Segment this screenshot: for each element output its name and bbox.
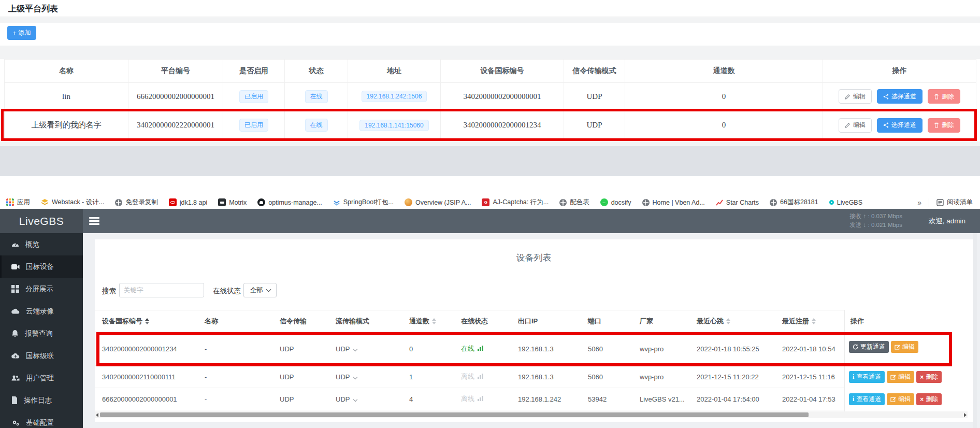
online-status-select[interactable]: 全部 <box>243 283 277 297</box>
cell-vendor: wvp-pro <box>632 366 689 388</box>
bandwidth-chart-icon[interactable] <box>478 396 483 401</box>
cell-device-id: 34020000002110000111 <box>95 366 197 388</box>
search-input[interactable] <box>119 283 204 297</box>
cell-channels: 4 <box>402 388 454 410</box>
bookmark-colors[interactable]: 配色表 <box>559 198 589 207</box>
bookmark-livegbs[interactable]: LiveGBS <box>829 199 862 206</box>
cell-device-gb-id: 34020000002000001234 <box>441 110 564 140</box>
sidebar-item-split-screen[interactable]: 分屏展示 <box>0 278 83 300</box>
cell-enabled: 已启用 <box>223 110 285 140</box>
scroll-right-arrow[interactable] <box>964 413 967 417</box>
table-row: lin 66620000002000000001 已启用 在线 192.168.… <box>5 83 976 110</box>
cell-status: 在线 <box>285 110 348 140</box>
col-channels[interactable]: 通道数 <box>402 310 454 332</box>
cell-stream-mode[interactable]: UDP <box>328 388 402 410</box>
info-icon: i <box>853 373 854 381</box>
scrollbar-thumb[interactable] <box>100 412 809 417</box>
col-ip: 出口IP <box>511 310 581 332</box>
bookmarks-bar: 应用 Webstack - 设计... 免登录复制 jdk1.8 api Mot… <box>0 196 980 209</box>
view-channels-button[interactable]: i 查看通道 <box>849 393 885 405</box>
globe-icon <box>642 199 650 206</box>
bookmark-gb28181[interactable]: 66国标28181 <box>770 198 818 207</box>
edit-button[interactable]: 编辑 <box>887 371 914 383</box>
divider <box>929 198 929 207</box>
traffic-stats: 接收 ↑ : 0.037 Mbps 发送 ↓ : 0.021 Mbps <box>849 212 902 230</box>
bookmark-ajcaptcha[interactable]: G AJ-Captcha: 行为... <box>482 198 549 207</box>
sidebar-item-alarm-query[interactable]: 报警查询 <box>0 322 83 345</box>
cell-stream-mode[interactable]: UDP <box>328 366 402 388</box>
cell-transport: UDP <box>564 110 625 140</box>
col-device-id[interactable]: 设备国标编号 <box>95 310 197 332</box>
dashboard-icon <box>11 240 19 248</box>
horizontal-scrollbar[interactable] <box>95 411 968 418</box>
delete-button[interactable]: × 删除 <box>916 393 942 405</box>
edit-square-icon <box>890 396 896 402</box>
gears-icon <box>11 419 20 426</box>
sidebar-item-basic-config[interactable]: 基础配置 <box>0 411 83 428</box>
bookmark-docsify[interactable]: docsify <box>600 198 631 206</box>
actions-sticky-column: 操作 更新通道 编辑 i 查看通道 编辑 × 删除 i 查看通道 <box>844 310 973 411</box>
sidebar-toggle-icon[interactable] <box>89 217 99 226</box>
col-platform-id: 平台编号 <box>128 60 223 83</box>
cell-online-state: 离线 <box>454 388 511 410</box>
bell-icon <box>11 330 19 337</box>
cloud-upload-icon <box>11 353 20 359</box>
screenshot-stage: 上级平台列表 + + 添加 添加 名称 平台编号 是否启用 状态 地址 设备国标… <box>0 0 980 428</box>
cell-stream-mode[interactable]: UDP <box>328 332 402 366</box>
edit-button[interactable]: 编辑 <box>891 341 918 353</box>
select-channel-button[interactable]: 选择通道 <box>877 89 923 104</box>
sidebar-item-operation-log[interactable]: 操作日志 <box>0 389 83 411</box>
bookmark-springboot[interactable]: SpringBoot打包... <box>333 198 394 207</box>
browser-toolbar: ← → ⌂ ⚠ 不安全 192.168.1.141:20000 /#/devic… <box>0 176 980 196</box>
status-badge: 在线 <box>305 119 328 132</box>
cell-name: - <box>197 388 272 410</box>
update-channels-button[interactable]: 更新通道 <box>849 341 889 353</box>
reading-list-button[interactable]: 阅读清单 <box>936 198 973 207</box>
bookmark-motrix[interactable]: Motrix <box>218 198 247 206</box>
col-actions: 操作 <box>823 60 976 83</box>
col-transport: 信令传输模式 <box>564 60 625 83</box>
cell-device-gb-id: 34020000002000000001 <box>441 83 564 110</box>
motrix-icon <box>218 198 226 206</box>
platform-table-header: 名称 平台编号 是否启用 状态 地址 设备国标编号 信令传输模式 通道数 操作 <box>5 60 976 83</box>
bookmark-overview[interactable]: Overview (JSIP A... <box>405 198 471 206</box>
scroll-left-arrow[interactable] <box>96 413 98 417</box>
sidebar-item-cascade[interactable]: 国标级联 <box>0 345 83 367</box>
bandwidth-chart-icon[interactable] <box>478 346 483 351</box>
bandwidth-chart-icon[interactable] <box>478 374 483 379</box>
bookmarks-overflow-icon[interactable]: » <box>917 198 921 207</box>
sidebar-item-cloud-recording[interactable]: 云端录像 <box>0 300 83 322</box>
sidebar-item-devices[interactable]: 国标设备 <box>0 255 83 278</box>
col-heartbeat[interactable]: 最近心跳 <box>689 310 775 332</box>
select-channel-button[interactable]: 选择通道 <box>877 118 923 133</box>
bookmark-jdk[interactable]: jdk1.8 api <box>169 198 208 206</box>
sidebar-item-overview[interactable]: 概览 <box>0 233 83 255</box>
cell-signal: UDP <box>272 332 328 366</box>
bookmark-starcharts[interactable]: Star Charts <box>716 199 759 206</box>
bookmark-webstack[interactable]: Webstack - 设计... <box>41 198 104 207</box>
sort-icon <box>145 318 149 324</box>
col-stream-mode: 流传输模式 <box>328 310 402 332</box>
apps-grid-icon <box>6 198 14 206</box>
delete-button[interactable]: 删除 <box>928 118 960 133</box>
sidebar-item-user-management[interactable]: 用户管理 <box>0 367 83 389</box>
platform-list-page: 上级平台列表 + + 添加 添加 名称 平台编号 是否启用 状态 地址 设备国标… <box>0 0 980 146</box>
delete-button[interactable]: × 删除 <box>916 371 942 383</box>
video-camera-icon <box>11 263 20 270</box>
view-channels-button[interactable]: i 查看通道 <box>849 371 885 383</box>
edit-button[interactable]: 编辑 <box>839 89 872 104</box>
bookmark-vben[interactable]: Home | Vben Ad... <box>642 199 705 206</box>
edit-button[interactable]: 编辑 <box>839 118 872 133</box>
col-name: 名称 <box>197 310 272 332</box>
add-button[interactable]: + + 添加 添加 <box>7 26 36 40</box>
delete-button[interactable]: 删除 <box>928 89 960 104</box>
edit-button[interactable]: 编辑 <box>887 393 914 405</box>
trash-icon <box>934 94 939 99</box>
vertical-scrollbar-track[interactable] <box>973 233 977 428</box>
search-label: 搜索 <box>102 287 116 296</box>
bookmark-optimus[interactable]: optimus-manage... <box>257 198 322 206</box>
cell-port: 53942 <box>581 388 632 410</box>
bookmark-apps[interactable]: 应用 <box>6 198 30 207</box>
bookmark-copy[interactable]: 免登录复制 <box>115 198 158 207</box>
device-table-header: 设备国标编号 名称 信令传输 流传输模式 通道数 在线状态 出口IP 端口 厂家… <box>95 310 973 332</box>
